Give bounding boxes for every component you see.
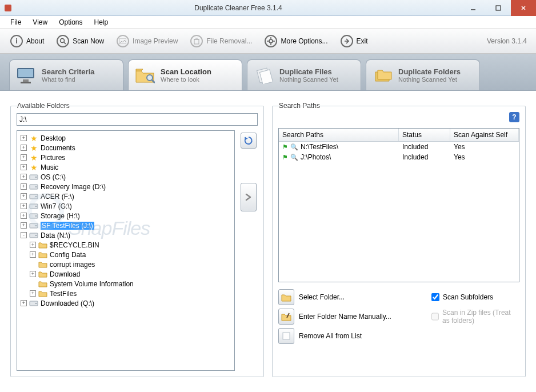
select-folder-label: Select Folder... xyxy=(299,293,345,301)
tree-node[interactable]: +TestFiles xyxy=(27,289,233,298)
drive-icon xyxy=(29,231,38,240)
tree-node[interactable]: -Data (N:\) xyxy=(18,230,233,240)
help-button[interactable]: ? xyxy=(509,112,519,122)
path-row[interactable]: ⚑🔍J:\Photos\IncludedYes xyxy=(279,152,519,162)
refresh-button[interactable] xyxy=(241,133,257,149)
svg-point-32 xyxy=(35,206,37,207)
tree-node[interactable]: +ACER (F:\) xyxy=(18,191,233,201)
expander-icon[interactable]: + xyxy=(30,242,36,248)
folder-path-input[interactable] xyxy=(17,113,258,126)
table-body[interactable]: ⚑🔍N:\TestFiles\IncludedYes⚑🔍J:\Photos\In… xyxy=(279,142,519,282)
tree-node[interactable]: +★Music xyxy=(18,162,233,172)
minimize-button[interactable] xyxy=(461,0,486,16)
tree-node[interactable]: System Volume Information xyxy=(27,279,233,289)
star-icon: ★ xyxy=(29,134,38,143)
star-icon: ★ xyxy=(29,143,38,153)
tab-subtitle: Where to look xyxy=(161,76,211,83)
expander-icon[interactable]: + xyxy=(21,213,27,219)
tab-duplicate-folders[interactable]: Duplicate FoldersNothing Scanned Yet xyxy=(366,59,480,90)
folder-tree[interactable]: +★Desktop+★Documents+★Pictures+★Music+OS… xyxy=(17,130,235,371)
folder-icon xyxy=(38,250,47,259)
app-icon xyxy=(3,3,13,13)
tab-scan-location[interactable]: Scan LocationWhere to look xyxy=(128,59,242,90)
menu-help[interactable]: Help xyxy=(89,17,114,28)
files-icon xyxy=(253,65,274,86)
scan-subfolders-checkbox[interactable]: Scan Subfolders xyxy=(431,293,519,301)
tab-title: Scan Location xyxy=(161,67,211,76)
window-title: Duplicate Cleaner Free 3.1.4 xyxy=(16,4,461,12)
expander-icon[interactable]: + xyxy=(21,154,27,161)
expander-icon[interactable]: + xyxy=(21,145,27,151)
header-status[interactable]: Status xyxy=(399,129,450,141)
tree-node[interactable]: +$RECYCLE.BIN xyxy=(27,240,233,250)
header-path[interactable]: Search Paths xyxy=(279,129,399,141)
scan-in-zip-label: Scan in Zip files (Treat as folders) xyxy=(442,309,519,325)
expander-icon[interactable]: + xyxy=(21,174,27,180)
magnifier-icon: 🔍 xyxy=(290,154,298,161)
folder-edit-icon xyxy=(278,309,294,325)
tab-duplicate-files[interactable]: Duplicate FilesNothing Scanned Yet xyxy=(247,59,361,90)
tree-node[interactable]: +Downloaded (Q:\) xyxy=(18,298,233,308)
path-row[interactable]: ⚑🔍N:\TestFiles\IncludedYes xyxy=(279,142,519,152)
expander-icon[interactable]: + xyxy=(21,300,27,306)
maximize-button[interactable] xyxy=(486,0,511,16)
menu-options[interactable]: Options xyxy=(53,17,88,28)
path-text: N:\TestFiles\ xyxy=(301,143,338,151)
expander-icon[interactable]: + xyxy=(21,193,27,199)
svg-rect-18 xyxy=(18,69,33,77)
tree-node[interactable]: corrupt images xyxy=(27,259,233,269)
tree-node[interactable]: +Win7 (G:\) xyxy=(18,201,233,211)
folders-icon xyxy=(372,65,393,86)
select-folder-button[interactable]: Select Folder... xyxy=(278,289,427,305)
drive-icon xyxy=(29,202,38,211)
scan-subfolders-label: Scan Subfolders xyxy=(443,293,493,301)
folder-icon xyxy=(38,241,47,250)
add-to-paths-button[interactable] xyxy=(241,183,257,211)
tree-node[interactable]: +★Desktop xyxy=(18,133,233,143)
menu-file[interactable]: File xyxy=(5,17,27,28)
remove-all-button[interactable]: Remove All from List xyxy=(278,328,427,344)
tree-node[interactable]: +Config Data xyxy=(27,250,233,259)
expander-icon[interactable]: + xyxy=(21,164,27,170)
drive-icon xyxy=(29,182,38,191)
search-icon xyxy=(57,35,69,47)
available-folders-panel: Available Folders +★Desktop+★Documents+★… xyxy=(10,98,264,377)
close-button[interactable] xyxy=(511,0,536,16)
folder-icon xyxy=(38,289,47,298)
svg-point-40 xyxy=(35,303,37,304)
expander-icon[interactable]: + xyxy=(21,135,27,141)
expander-icon[interactable]: + xyxy=(21,203,27,209)
tree-label: Data (N:\) xyxy=(41,231,70,239)
tree-label: Download xyxy=(50,270,80,278)
tab-search-criteria[interactable]: Search CriteriaWhat to find xyxy=(9,59,123,90)
tree-node[interactable]: +★Pictures xyxy=(18,153,233,162)
tree-node[interactable]: +★Documents xyxy=(18,143,233,153)
expander-icon[interactable]: - xyxy=(21,232,27,238)
header-self[interactable]: Scan Against Self xyxy=(450,129,519,141)
exit-button[interactable]: Exit xyxy=(336,33,373,50)
tree-label: Desktop xyxy=(41,134,66,142)
svg-point-5 xyxy=(61,38,65,42)
toolbar: iAbout Scan Now Image Preview File Remov… xyxy=(0,29,536,54)
enter-folder-manually-button[interactable]: Enter Folder Name Manually... xyxy=(278,309,427,325)
tree-node[interactable]: +Recovery Image (D:\) xyxy=(18,182,233,191)
svg-point-36 xyxy=(35,225,37,226)
expander-icon[interactable]: + xyxy=(30,271,36,277)
drive-icon xyxy=(29,211,38,221)
scan-now-button[interactable]: Scan Now xyxy=(52,33,109,50)
tree-label: Win7 (G:\) xyxy=(41,202,72,210)
folder-open-icon xyxy=(278,289,294,305)
expander-icon[interactable]: + xyxy=(30,290,36,297)
expander-icon[interactable]: + xyxy=(21,183,27,190)
tree-node[interactable]: +SF TestFiles (J:\) xyxy=(18,221,233,230)
tree-node[interactable]: +OS (C:\) xyxy=(18,172,233,182)
info-icon: i xyxy=(10,35,23,47)
about-button[interactable]: iAbout xyxy=(6,33,49,50)
more-options-button[interactable]: More Options... xyxy=(260,33,332,50)
folder-icon xyxy=(38,270,47,279)
expander-icon[interactable]: + xyxy=(21,222,27,229)
tree-node[interactable]: +Storage (H:\) xyxy=(18,211,233,221)
tree-node[interactable]: +Download xyxy=(27,269,233,279)
menu-view[interactable]: View xyxy=(27,17,53,28)
expander-icon[interactable]: + xyxy=(30,251,36,258)
